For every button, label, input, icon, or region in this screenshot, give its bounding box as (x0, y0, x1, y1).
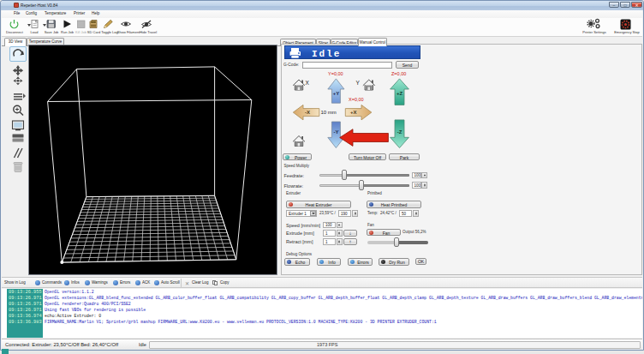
svg-text:-Y: -Y (334, 129, 339, 135)
svg-text:+X: +X (350, 110, 357, 115)
svg-text:-X: -X (305, 110, 310, 115)
svg-text:-Z: -Z (397, 129, 402, 135)
svg-text:10 mm: 10 mm (320, 110, 336, 115)
svg-text:+Z: +Z (397, 91, 403, 96)
svg-text:Y: Y (356, 80, 361, 86)
svg-text:X: X (306, 80, 310, 86)
svg-text:+Y: +Y (333, 91, 340, 96)
